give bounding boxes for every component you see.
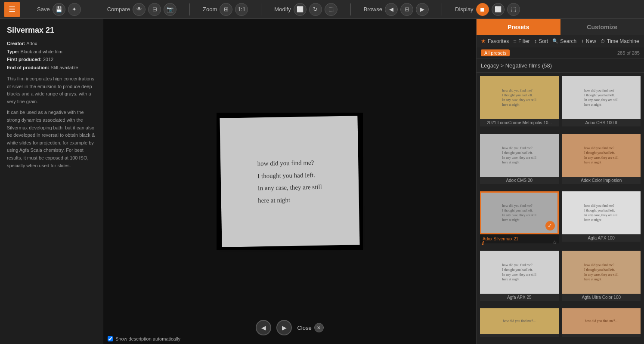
- sort-label: Sort: [539, 38, 548, 44]
- display-option2-button[interactable]: ⬜: [492, 3, 505, 16]
- preset-item-adox-color[interactable]: how did you find me?I thought you had le…: [562, 134, 641, 188]
- close-icon: ✕: [317, 325, 321, 331]
- preset-thumb-extra2: how did you find me?...: [562, 308, 641, 334]
- zoom-1-1-button[interactable]: 1:1: [235, 3, 248, 16]
- presets-grid: how did you find me?I thought you had le…: [477, 73, 644, 344]
- display-group: Display ◼ ⬜ ⬚: [455, 3, 520, 16]
- time-machine-icon: ⏱: [601, 39, 605, 44]
- first-produced-row: First produced: 2012: [7, 56, 96, 63]
- tab-customize[interactable]: Customize: [560, 19, 644, 35]
- all-presets-badge[interactable]: All presets: [481, 49, 510, 56]
- save-button[interactable]: 💾: [53, 3, 65, 16]
- divider-2: [189, 3, 190, 15]
- search-icon: 🔍: [552, 38, 558, 44]
- display-option3-button[interactable]: ⬚: [507, 3, 520, 16]
- search-label: Search: [560, 38, 576, 44]
- left-panel: Silvermax 21 Creator: Adox Type: Black a…: [0, 19, 103, 344]
- type-value: Black and white film: [21, 49, 62, 54]
- preset-item-agfa-ultra[interactable]: how did you find me?I thought you had le…: [562, 251, 641, 305]
- zoom-group: Zoom ⊞ 1:1: [203, 3, 248, 16]
- filter-search[interactable]: 🔍 Search: [552, 38, 576, 44]
- compare-label: Compare: [107, 6, 130, 12]
- preset-thumb-agfa-apx100: how did you find me?I thought you had le…: [562, 191, 641, 234]
- browse-prev-button[interactable]: ◀: [385, 3, 398, 16]
- modify-flip-button[interactable]: ⬚: [325, 3, 337, 16]
- compare-split-button[interactable]: ⊟: [148, 3, 161, 16]
- divider-5: [442, 3, 442, 15]
- selected-checkmark: ✓: [545, 221, 555, 230]
- preset-thumb-lomo: how did you find me?I thought you had le…: [480, 76, 559, 119]
- preset-item-lomo[interactable]: how did you find me?I thought you had le…: [480, 76, 559, 130]
- preview-container: how did you find me? I thought you had l…: [217, 113, 363, 250]
- preset-name-agfa-apx100: Agfa APX 100: [562, 234, 641, 242]
- creator-row: Creator: Adox: [7, 40, 96, 47]
- browse-grid-button[interactable]: ⊞: [400, 3, 413, 16]
- preset-item-agfa-apx25[interactable]: how did you find me?I thought you had le…: [480, 251, 559, 305]
- canvas-area: how did you find me? I thought you had l…: [103, 19, 476, 344]
- menu-icon: ☰: [9, 5, 15, 14]
- right-panel: Presets Customize ★ Favorites ≡ Filter ↕…: [476, 19, 644, 344]
- modify-crop-button[interactable]: ⬜: [294, 3, 307, 16]
- filter-time-machine[interactable]: ⏱ Time Machine: [601, 38, 639, 44]
- show-desc-checkbox[interactable]: [108, 336, 113, 341]
- compare-view-button[interactable]: 👁: [133, 3, 146, 16]
- prev-icon: ◀: [261, 324, 266, 331]
- display-active-button[interactable]: ◼: [476, 3, 489, 16]
- next-icon: ▶: [282, 324, 287, 331]
- browse-label: Browse: [364, 6, 382, 12]
- filter-filter[interactable]: ≡ Filter: [513, 38, 529, 44]
- filter-sort[interactable]: ↕ Sort: [534, 38, 548, 44]
- filter-new[interactable]: + New: [581, 38, 596, 44]
- creator-label: Creator:: [7, 41, 25, 46]
- prev-button[interactable]: ◀: [256, 320, 271, 335]
- preset-name-agfa-apx25: Agfa APX 25: [480, 294, 559, 301]
- zoom-fit-button[interactable]: ⊞: [220, 3, 232, 16]
- browse-next-button[interactable]: ▶: [416, 3, 429, 16]
- close-button[interactable]: Close ✕: [297, 323, 323, 332]
- tab-bar: Presets Customize: [477, 19, 644, 35]
- save-extra-button[interactable]: ✦: [68, 3, 81, 16]
- filter-favorites[interactable]: ★ Favorites: [481, 38, 509, 44]
- silvermax-row-bar: ℹ Adox Silvermax 21 ☆: [480, 234, 559, 243]
- new-label: New: [586, 38, 596, 44]
- modify-group: Modify ⬜ ↻ ⬚: [274, 3, 337, 16]
- tab-presets[interactable]: Presets: [477, 19, 560, 35]
- preset-name-adox-cms: Adox CMS 20: [480, 177, 559, 184]
- filter-label: Filter: [518, 38, 530, 44]
- preset-item-silvermax[interactable]: how did you find me?I thought you had le…: [480, 191, 559, 247]
- modify-label: Modify: [274, 6, 291, 12]
- first-produced-label: First produced:: [7, 57, 42, 62]
- main-toolbar: ☰ Save 💾 ✦ Compare 👁 ⊟ 📷 Zoom ⊞ 1:1 Modi…: [0, 0, 644, 19]
- preset-name-agfa-ultra: Agfa Ultra Color 100: [562, 294, 641, 301]
- browse-group: Browse ◀ ⊞ ▶: [364, 3, 429, 16]
- preset-thumb-silvermax: how did you find me?I thought you had le…: [480, 191, 559, 234]
- filter-icon: ≡: [513, 38, 517, 44]
- display-label: Display: [455, 6, 474, 12]
- preset-item-adox-chs[interactable]: how did you find me?I thought you had le…: [562, 76, 641, 130]
- preset-name-silvermax: Adox Silvermax 21: [482, 235, 519, 243]
- preset-item-adox-cms[interactable]: how did you find me?I thought you had le…: [480, 134, 559, 188]
- favorites-icon: ★: [481, 38, 486, 44]
- bottom-nav: ◀ ▶ Close ✕: [103, 320, 476, 335]
- save-label: Save: [37, 6, 50, 12]
- film-description-2: It can be used as a negative with the st…: [7, 109, 96, 169]
- next-button[interactable]: ▶: [276, 320, 292, 335]
- close-label: Close: [297, 325, 311, 331]
- main-layout: Silvermax 21 Creator: Adox Type: Black a…: [0, 19, 644, 344]
- film-title: Silvermax 21: [7, 26, 96, 35]
- show-desc-label: Show description automatically: [115, 336, 180, 341]
- preset-name-adox-color: Adox Color Implosion: [562, 177, 641, 184]
- favorites-label: Favorites: [488, 38, 509, 44]
- show-desc-row: Show description automatically: [108, 336, 180, 341]
- preset-item-agfa-apx100[interactable]: how did you find me?I thought you had le…: [562, 191, 641, 247]
- end-of-production-row: End of production: Still available: [7, 64, 96, 71]
- tab-customize-label: Customize: [587, 24, 617, 31]
- menu-button[interactable]: ☰: [4, 2, 20, 17]
- modify-rotate-button[interactable]: ↻: [309, 3, 322, 16]
- preset-name-lomo: 2021 LomoCrome Metropolis 10...: [480, 119, 559, 126]
- preset-item-extra2[interactable]: how did you find me?...: [562, 308, 641, 341]
- zoom-label: Zoom: [203, 6, 217, 12]
- tab-presets-label: Presets: [508, 24, 529, 31]
- compare-snap-button[interactable]: 📷: [164, 3, 176, 16]
- preset-item-extra1[interactable]: how did you find me?...: [480, 308, 559, 341]
